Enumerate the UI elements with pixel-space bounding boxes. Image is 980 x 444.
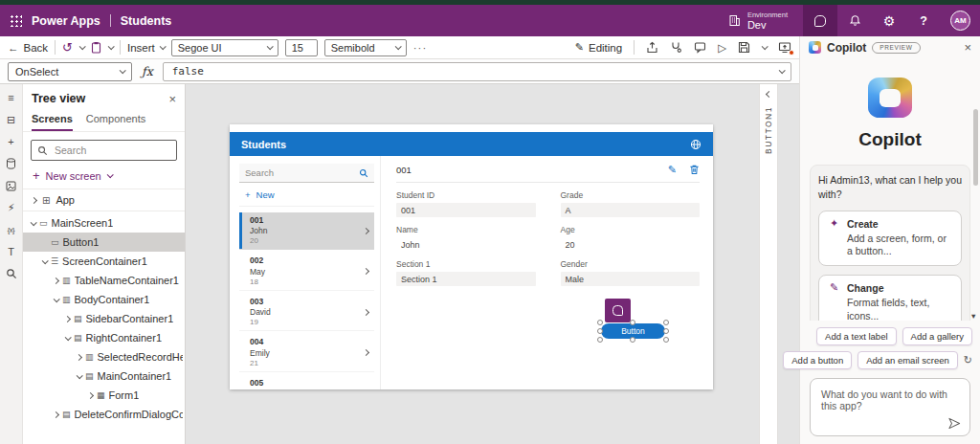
notifications-button[interactable] — [837, 5, 872, 36]
resize-handle[interactable] — [630, 320, 635, 325]
resize-handle[interactable] — [630, 337, 635, 343]
tree-search-input[interactable] — [53, 144, 170, 157]
save-button[interactable] — [738, 41, 750, 54]
tab-components[interactable]: Components — [86, 109, 145, 131]
product-name[interactable]: Power Apps — [32, 14, 100, 28]
tree-view-icon[interactable]: ⊟ — [4, 113, 19, 126]
help-button[interactable]: ? — [906, 5, 941, 36]
close-icon[interactable]: × — [168, 93, 176, 105]
tree-item[interactable]: ▥ BodyContainer1 — [23, 290, 185, 309]
font-size-input[interactable]: 15 — [285, 39, 318, 56]
preview-app-button[interactable]: ▷ — [718, 41, 726, 55]
delete-record-icon[interactable] — [689, 164, 700, 175]
resize-handle[interactable] — [597, 320, 603, 325]
tree-item[interactable]: ▤ RightContainer1 — [23, 328, 185, 347]
copilot-card[interactable]: ✦ Create Add a screen, form, or a button… — [818, 211, 962, 266]
tree-chevron-icon[interactable] — [54, 296, 60, 302]
tree-chevron-icon[interactable] — [64, 315, 71, 322]
scroll-down-arrow-icon[interactable]: ▼ — [970, 312, 977, 321]
design-canvas[interactable]: Students Search — [186, 84, 799, 444]
environment-picker[interactable]: Environment Dev — [713, 5, 803, 36]
font-weight-select[interactable]: Semibold — [324, 39, 407, 56]
tree-chevron-icon[interactable] — [53, 277, 59, 283]
new-screen-button[interactable]: + New screen — [23, 166, 185, 189]
publish-button[interactable] — [778, 41, 791, 54]
back-button[interactable]: ←Back — [8, 42, 48, 54]
resize-handle[interactable] — [663, 337, 669, 343]
list-item[interactable]: 001 John 20 — [239, 212, 374, 250]
resize-handle[interactable] — [663, 328, 669, 334]
formula-input[interactable] — [170, 64, 773, 78]
share-button[interactable] — [646, 41, 658, 54]
formula-expand-chevron-icon[interactable] — [779, 67, 786, 74]
suggestion-chip[interactable]: Add a button — [783, 351, 852, 369]
power-automate-icon[interactable]: ⚡ — [4, 201, 19, 214]
new-record-button[interactable]: + New — [239, 183, 374, 207]
tree-chevron-icon[interactable] — [87, 391, 94, 398]
refresh-icon[interactable]: ↻ — [964, 355, 972, 366]
undo-dropdown-chevron-icon[interactable] — [79, 43, 86, 50]
collapsed-properties-pane[interactable]: BUTTON1 — [759, 84, 778, 444]
list-item[interactable]: 005 Michael 22 — [239, 375, 374, 389]
tree-item[interactable]: ▭ MainScreen1 — [23, 213, 185, 233]
insert-icon[interactable]: + — [4, 135, 19, 148]
suggestion-chip[interactable]: Add a gallery — [902, 327, 972, 345]
form-field[interactable]: Age 20 — [561, 225, 701, 252]
resize-handle[interactable] — [597, 337, 603, 343]
tree-item[interactable]: ▭ Button1 — [23, 233, 185, 252]
tree-item[interactable]: ▥ TableNameContainer1 — [23, 271, 185, 290]
suggestion-chip[interactable]: Add an email screen — [858, 351, 958, 369]
tree-chevron-icon[interactable] — [53, 411, 59, 417]
list-item[interactable]: 004 Emily 21 — [239, 334, 374, 371]
tree-chevron-icon[interactable] — [42, 257, 49, 264]
variables-icon[interactable]: {x} — [4, 223, 19, 236]
overflow-menu-icon[interactable]: ··· — [413, 42, 428, 54]
settings-button[interactable]: ⚙ — [872, 5, 906, 36]
tree-chevron-icon[interactable] — [76, 353, 82, 360]
list-item[interactable]: 002 May 18 — [239, 253, 374, 290]
paste-dropdown-chevron-icon[interactable] — [108, 43, 115, 50]
globe-icon[interactable] — [690, 139, 702, 150]
waffle-menu-icon[interactable] — [10, 14, 22, 27]
list-item[interactable]: 003 David 19 — [239, 294, 374, 331]
avatar[interactable]: AM — [950, 11, 970, 31]
editing-mode-button[interactable]: ✎Editing — [575, 42, 622, 54]
copilot-toggle-button[interactable] — [803, 5, 837, 36]
form-field[interactable]: Grade A — [561, 190, 701, 217]
tree-item[interactable]: ☰ ScreenContainer1 — [23, 252, 185, 271]
close-icon[interactable]: × — [964, 41, 971, 54]
search-icon[interactable] — [4, 267, 19, 280]
save-dropdown-chevron-icon[interactable] — [762, 43, 768, 50]
resize-handle[interactable] — [663, 320, 669, 325]
tree-item[interactable]: ▤ SidebarContainer1 — [23, 309, 185, 328]
tree-item[interactable]: ▤ MainContainer1 — [23, 366, 185, 386]
insert-menu[interactable]: Insert — [127, 42, 165, 54]
form-field[interactable]: Gender Male — [561, 259, 701, 286]
tree-item[interactable]: ▦ Form1 — [23, 386, 185, 405]
resize-handle[interactable] — [597, 328, 603, 334]
edit-record-icon[interactable]: ✎ — [668, 165, 677, 175]
app-checker-button[interactable] — [670, 41, 682, 54]
undo-button[interactable]: ↺ — [62, 41, 73, 54]
send-icon[interactable] — [947, 417, 961, 430]
chevron-right-icon[interactable] — [31, 196, 37, 203]
form-field[interactable]: Section 1 Section 1 — [396, 259, 536, 286]
form-field[interactable]: Name John — [396, 225, 536, 252]
property-select[interactable]: OnSelect — [8, 62, 132, 81]
tree-item-app[interactable]: ⊞ App — [23, 189, 185, 211]
scrollbar-thumb[interactable] — [973, 109, 978, 186]
tree-chevron-icon[interactable] — [65, 334, 72, 341]
menu-icon[interactable]: ≡ — [4, 91, 19, 104]
app-screen-preview[interactable]: Students Search — [230, 124, 713, 389]
tree-chevron-icon[interactable] — [77, 372, 83, 379]
tab-screens[interactable]: Screens — [32, 109, 73, 131]
font-family-select[interactable]: Segoe UI — [171, 39, 278, 56]
media-icon[interactable] — [4, 179, 19, 192]
tests-icon[interactable]: T — [4, 245, 19, 258]
tree-item[interactable]: ▥ SelectedRecordHeaderContai — [23, 347, 185, 366]
expand-pane-chevron-icon[interactable] — [765, 91, 771, 98]
tree-item[interactable]: ▤ DeleteConfirmDialogContainer1 — [23, 405, 185, 424]
paste-button[interactable] — [91, 41, 101, 54]
app-search-box[interactable]: Search — [239, 164, 374, 183]
suggestion-chip[interactable]: Add a text label — [816, 327, 897, 345]
